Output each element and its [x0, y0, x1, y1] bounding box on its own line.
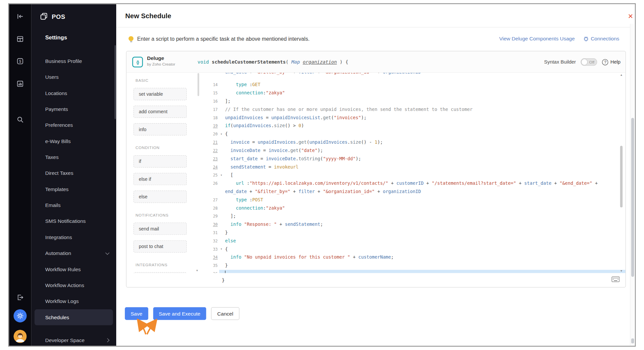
sidebar-item-templates[interactable]: Templates	[31, 181, 116, 197]
search-icon[interactable]	[17, 116, 24, 123]
code-line-29[interactable]: 29 ];	[209, 212, 625, 221]
sidebar-item-preferences[interactable]: Preferences	[31, 117, 116, 133]
palette-block-set-variable[interactable]: set variable	[133, 88, 187, 100]
editor-scrollbar-thumb[interactable]	[620, 146, 622, 207]
palette-block-add-comment[interactable]: add comment	[133, 106, 187, 118]
code-text[interactable]: if(unpaidInvoices.size() > 0)	[225, 122, 625, 130]
code-line-36[interactable]: 36	[209, 270, 625, 273]
code-line-25[interactable]: 25▾ [	[209, 171, 625, 179]
payments-icon[interactable]: $	[17, 58, 24, 65]
main-scrollbar-bottom[interactable]	[631, 338, 634, 343]
connections-link[interactable]: Connections	[583, 35, 619, 42]
sidebar-item-business-profile[interactable]: Business Profile	[31, 53, 116, 69]
palette-block-send-mail[interactable]: send mail	[133, 223, 187, 235]
editor-scrollbar[interactable]: ▲ ▼	[619, 74, 623, 272]
user-avatar[interactable]	[14, 330, 27, 343]
code-text[interactable]: }	[225, 229, 625, 237]
code-text[interactable]: invoiceDate = invoice.get("date");	[225, 147, 625, 155]
code-text[interactable]: [	[225, 171, 625, 179]
code-line-19[interactable]: 19if(unpaidInvoices.size() > 0)	[209, 122, 625, 130]
code-text[interactable]: {	[225, 130, 625, 138]
line-number[interactable]: 16	[209, 97, 218, 106]
code-line-24[interactable]: 24 sendStatement = invokeurl	[209, 163, 625, 171]
line-number[interactable]: 25	[209, 171, 218, 179]
fold-icon[interactable]: ▾	[219, 245, 223, 253]
line-number[interactable]: 26	[209, 179, 218, 196]
collapse-sidebar-icon[interactable]	[17, 13, 24, 20]
catalog-icon[interactable]	[17, 35, 24, 43]
save-and-execute-button[interactable]: Save and Execute	[153, 307, 206, 320]
code-line-30[interactable]: 30 info "Response: " + sendStatement;	[209, 221, 625, 229]
line-number[interactable]: 32	[209, 237, 218, 245]
code-text[interactable]	[225, 270, 625, 273]
code-line-32[interactable]: 32else	[209, 237, 625, 245]
view-deluge-components-usage-link[interactable]: View Deluge Components Usage	[499, 36, 575, 41]
palette-block-else[interactable]: else	[133, 190, 187, 203]
palette-block-if[interactable]: if	[133, 155, 187, 168]
palette-block-else-if[interactable]: else if	[133, 173, 187, 185]
code-text[interactable]: // If the customer has one or more unpai…	[225, 106, 625, 114]
code-text[interactable]: {	[225, 245, 625, 253]
keyboard-shortcuts-button[interactable]	[612, 276, 620, 284]
palette-block-info[interactable]: info	[133, 123, 187, 135]
sidebar-item-workflow-actions[interactable]: Workflow Actions	[31, 277, 116, 293]
code-line-22[interactable]: 22 invoiceDate = invoice.get("date");	[209, 147, 625, 155]
sidebar-item-e-way-bills[interactable]: e-Way Bills	[31, 133, 116, 149]
code-line-17[interactable]: 17// If the customer has one or more unp…	[209, 106, 625, 114]
cancel-button[interactable]: Cancel	[211, 307, 239, 320]
line-number[interactable]: 35	[209, 262, 218, 270]
code-line-15[interactable]: 15 connection:"zakya"	[209, 89, 625, 97]
code-text[interactable]: type :POST	[225, 196, 625, 204]
code-line-27[interactable]: 27 type :POST	[209, 196, 625, 204]
code-line-21[interactable]: 21 invoice = unpaidInvoices.get(unpaidIn…	[209, 138, 625, 147]
code-line-34[interactable]: 34 info "No unpaid invoices for this cus…	[209, 253, 625, 262]
settings-gear-button[interactable]	[14, 309, 27, 323]
close-icon[interactable]: ✕	[628, 13, 633, 20]
line-number[interactable]: 20	[209, 130, 218, 138]
line-number[interactable]: 22	[209, 147, 218, 155]
code-line-18[interactable]: 18unpaidInvoices = unpaidInvoicesList.ge…	[209, 114, 625, 122]
line-number[interactable]: 15	[209, 89, 218, 97]
palette-block-post-to-chat[interactable]: post to chat	[133, 240, 187, 253]
code-text[interactable]: info "Response: " + sendStatement;	[225, 221, 625, 229]
line-number[interactable]: 18	[209, 114, 218, 122]
line-number[interactable]: 29	[209, 212, 218, 221]
code-text[interactable]: ];	[225, 97, 625, 106]
fold-icon[interactable]: ▾	[219, 130, 223, 138]
code-text[interactable]: else	[225, 237, 625, 245]
code-line-23[interactable]: 23 start_date = invoiceDate.toString("yy…	[209, 155, 625, 163]
sidebar-item-users[interactable]: Users	[31, 69, 116, 85]
code-text[interactable]: connection:"zakya"	[225, 204, 625, 212]
sidebar-item-direct-taxes[interactable]: Direct Taxes	[31, 165, 116, 181]
palette-scrollbar-thumb[interactable]	[198, 73, 199, 96]
line-number[interactable]: 30	[209, 221, 218, 229]
code-line-20[interactable]: 20▾{	[209, 130, 625, 138]
main-scrollbar[interactable]	[630, 24, 635, 346]
code-line-31[interactable]: 31}	[209, 229, 625, 237]
code-line-16[interactable]: 16];	[209, 97, 625, 106]
code-text[interactable]: ];	[225, 212, 625, 221]
save-button[interactable]: Save	[125, 307, 148, 320]
sidebar-item-workflow-logs[interactable]: Workflow Logs	[31, 293, 116, 309]
sidebar-item-emails[interactable]: Emails	[31, 197, 116, 213]
code-line-35[interactable]: 35}	[209, 262, 625, 270]
sidebar-item-payments[interactable]: Payments	[31, 101, 116, 117]
code-text[interactable]: start_date = invoiceDate.toString("yyyy-…	[225, 155, 625, 163]
sidebar-item-schedules[interactable]: Schedules	[34, 309, 113, 325]
sidebar-scrollbar-thumb[interactable]	[115, 45, 116, 119]
line-number[interactable]: 34	[209, 253, 218, 262]
line-number[interactable]: 23	[209, 155, 218, 163]
line-number[interactable]: 19	[209, 122, 218, 130]
code-text[interactable]: }	[225, 262, 625, 270]
code-line-26[interactable]: 26 url :"https://api.localzakya.com/inve…	[209, 179, 625, 196]
code-text[interactable]: end_date + "&filter_by=" + filter + "&or…	[225, 73, 625, 76]
line-number[interactable]: 33	[209, 245, 218, 253]
line-number[interactable]: 27	[209, 196, 218, 204]
line-number[interactable]: 14	[209, 81, 218, 89]
code-text[interactable]: url :"https://api.localzakya.com/invento…	[225, 179, 625, 196]
line-number[interactable]: 24	[209, 163, 218, 171]
line-number[interactable]: 21	[209, 138, 218, 147]
line-number[interactable]: 17	[209, 106, 218, 114]
scroll-up-icon[interactable]: ▲	[619, 74, 623, 76]
code-line-partial[interactable]: end_date + "&filter_by=" + filter + "&or…	[209, 73, 625, 81]
